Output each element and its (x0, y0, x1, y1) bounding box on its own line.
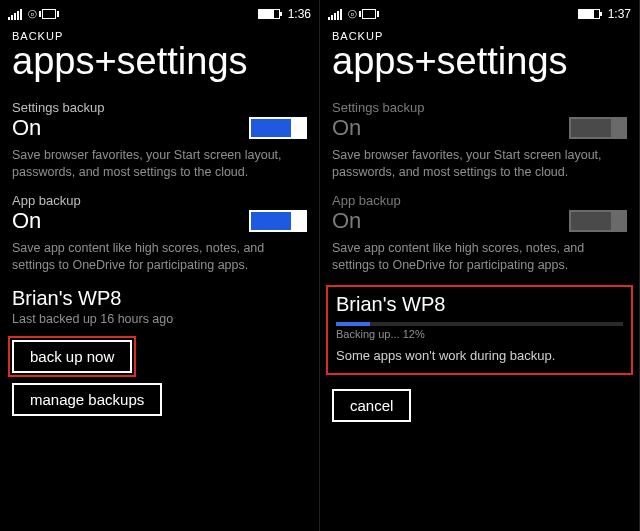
device-last-backup: Last backed up 16 hours ago (12, 310, 307, 326)
back-up-now-button[interactable]: back up now (12, 340, 132, 373)
clock: 1:37 (608, 7, 631, 21)
settings-backup-label: Settings backup (12, 100, 307, 115)
vibrate-icon (42, 9, 56, 19)
manage-backups-button[interactable]: manage backups (12, 383, 162, 416)
signal-icon (328, 8, 342, 20)
settings-backup-value: On (332, 115, 361, 141)
settings-backup-toggle[interactable] (569, 117, 627, 139)
cancel-button[interactable]: cancel (332, 389, 411, 422)
clock: 1:36 (288, 7, 311, 21)
app-backup-desc: Save app content like high scores, notes… (332, 236, 627, 274)
app-backup-label: App backup (12, 193, 307, 208)
settings-backup-desc: Save browser favorites, your Start scree… (332, 143, 627, 181)
settings-backup-section: Settings backup On Save browser favorite… (0, 92, 319, 185)
app-backup-section: App backup On Save app content like high… (320, 185, 639, 278)
status-bar: ⦾ 1:36 (0, 0, 319, 24)
app-backup-toggle[interactable] (569, 210, 627, 232)
app-backup-toggle[interactable] (249, 210, 307, 232)
device-name: Brian's WP8 (12, 287, 307, 310)
app-backup-label: App backup (332, 193, 627, 208)
app-backup-desc: Save app content like high scores, notes… (12, 236, 307, 274)
page-title: apps+settings (0, 42, 319, 92)
backup-note: Some apps won't work during backup. (336, 340, 623, 363)
page-title: apps+settings (320, 42, 639, 92)
app-backup-section: App backup On Save app content like high… (0, 185, 319, 278)
app-backup-value: On (12, 208, 41, 234)
device-name: Brian's WP8 (336, 293, 623, 316)
settings-backup-section: Settings backup On Save browser favorite… (320, 92, 639, 185)
battery-icon (258, 9, 280, 19)
battery-icon (578, 9, 600, 19)
wifi-icon: ⦾ (28, 8, 36, 21)
app-backup-value: On (332, 208, 361, 234)
settings-backup-label: Settings backup (332, 100, 627, 115)
backup-progress-section: Brian's WP8 Backing up... 12% Some apps … (326, 285, 633, 375)
phone-screen-left: ⦾ 1:36 BACKUP apps+settings Settings bac… (0, 0, 320, 531)
vibrate-icon (362, 9, 376, 19)
device-section: Brian's WP8 Last backed up 16 hours ago (0, 277, 319, 326)
settings-backup-desc: Save browser favorites, your Start scree… (12, 143, 307, 181)
backup-progress-bar (336, 322, 623, 326)
backup-progress-text: Backing up... 12% (336, 326, 623, 340)
settings-backup-toggle[interactable] (249, 117, 307, 139)
status-bar: ⦾ 1:37 (320, 0, 639, 24)
phone-screen-right: ⦾ 1:37 BACKUP apps+settings Settings bac… (320, 0, 640, 531)
settings-backup-value: On (12, 115, 41, 141)
wifi-icon: ⦾ (348, 8, 356, 21)
signal-icon (8, 8, 22, 20)
